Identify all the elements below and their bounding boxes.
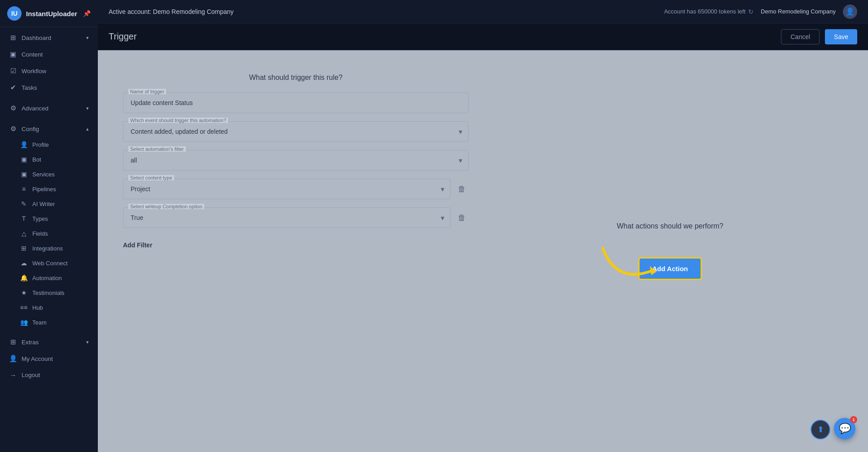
sidebar-item-my-account[interactable]: 👤 My Account	[2, 351, 96, 367]
delete-content-type-button[interactable]: 🗑	[455, 182, 469, 197]
event-select-wrapper: Content added, updated or deleted	[123, 121, 469, 142]
right-panel-heading: What actions should we perform?	[497, 222, 843, 230]
bot-icon: ▣	[20, 156, 28, 163]
right-panel-content: What actions should we perform? Add Acti…	[497, 74, 843, 429]
chevron-down-icon: ▾	[86, 339, 89, 345]
sidebar-item-label: Fields	[32, 230, 48, 237]
integrations-icon: ⊞	[20, 245, 28, 252]
sidebar-item-label: Workflow	[22, 68, 46, 75]
pin-icon: 📌	[83, 10, 91, 17]
chat-button[interactable]: 💬 1	[834, 418, 855, 439]
types-icon: T	[20, 215, 28, 222]
logout-icon: →	[9, 371, 17, 379]
main-content: Active account: Demo Remodeling Company …	[98, 0, 868, 452]
sidebar-item-pipelines[interactable]: ≡ Pipelines	[2, 182, 96, 196]
chevron-up-icon: ▴	[86, 126, 89, 132]
sidebar-item-label: Services	[32, 171, 55, 178]
content-type-group: Select content type Project 🗑	[123, 179, 469, 199]
trigger-name-group: Name of trigger	[123, 92, 469, 113]
sidebar-item-profile[interactable]: 👤 Profile	[2, 137, 96, 152]
config-icon: ⚙	[9, 125, 17, 133]
sidebar-item-services[interactable]: ▣ Services	[2, 167, 96, 181]
logo-text: InstantUploader	[26, 10, 77, 18]
delete-writeup-button[interactable]: 🗑	[455, 211, 469, 225]
avatar[interactable]: 👤	[843, 4, 857, 19]
content-type-row: Project 🗑	[123, 179, 469, 199]
writeup-select[interactable]: True	[123, 207, 451, 228]
cancel-button[interactable]: Cancel	[781, 29, 820, 44]
save-button[interactable]: Save	[825, 29, 857, 44]
sidebar-item-tasks[interactable]: ✔ Tasks	[2, 79, 96, 96]
sidebar-item-fields[interactable]: △ Fields	[2, 226, 96, 241]
trigger-actions: Cancel Save	[781, 29, 857, 44]
profile-icon: 👤	[20, 141, 28, 148]
sidebar-item-label: Logout	[22, 372, 40, 378]
workflow-icon: ☑	[9, 67, 17, 75]
sidebar-item-label: Dashboard	[22, 35, 51, 41]
left-panel-heading: What should trigger this rule?	[123, 74, 469, 82]
scroll-to-top-button[interactable]: ⬆	[811, 420, 830, 439]
event-group: Which event should trigger this automati…	[123, 121, 469, 142]
sidebar-item-dashboard[interactable]: ⊞ Dashboard ▾	[2, 30, 96, 46]
my-account-icon: 👤	[9, 355, 17, 363]
content-type-select[interactable]: Project	[123, 179, 451, 199]
sidebar-item-testimonials[interactable]: ★ Testimonials	[2, 285, 96, 300]
sidebar-item-automation[interactable]: 🔔 Automation	[2, 271, 96, 285]
event-select[interactable]: Content added, updated or deleted	[123, 121, 469, 142]
sidebar-item-label: Content	[22, 51, 43, 58]
web-connect-icon: ☁	[20, 259, 28, 267]
topbar-right: Account has 650000 tokens left ↻ Demo Re…	[664, 4, 857, 19]
extras-icon: ⊞	[9, 338, 17, 346]
topbar: Active account: Demo Remodeling Company …	[98, 0, 868, 23]
svg-marker-0	[650, 266, 657, 275]
trigger-title: Trigger	[109, 31, 137, 42]
chevron-icon: ▾	[86, 105, 89, 111]
config-nav: ⚙ Config ▴ 👤 Profile ▣ Bot ▣ Services ≡ …	[0, 118, 98, 332]
fields-icon: △	[20, 230, 28, 237]
add-filter-button[interactable]: Add Filter	[123, 240, 152, 250]
sidebar-item-config[interactable]: ⚙ Config ▴	[2, 121, 96, 137]
sidebar-item-types[interactable]: T Types	[2, 211, 96, 226]
dashboard-icon: ⊞	[9, 34, 17, 42]
trigger-name-input[interactable]	[123, 92, 469, 113]
sidebar-item-integrations[interactable]: ⊞ Integrations	[2, 241, 96, 255]
services-icon: ▣	[20, 171, 28, 178]
sidebar-item-advanced[interactable]: ⚙ Advanced ▾	[2, 100, 96, 116]
team-icon: 👥	[20, 319, 28, 326]
sidebar-item-label: Bot	[32, 156, 41, 163]
trigger-header: Trigger Cancel Save	[98, 23, 868, 50]
tasks-icon: ✔	[9, 83, 17, 92]
sidebar-item-content[interactable]: ▣ Content	[2, 46, 96, 62]
sidebar-item-bot[interactable]: ▣ Bot	[2, 152, 96, 167]
arrow-graphic	[589, 239, 679, 293]
sidebar-item-workflow[interactable]: ☑ Workflow	[2, 63, 96, 79]
filter-label: Select automation's filter	[128, 146, 186, 152]
sidebar-item-label: Types	[32, 215, 48, 222]
sidebar-item-label: Automation	[32, 275, 62, 281]
filter-select-wrapper: all	[123, 150, 469, 171]
chat-icon: 💬	[839, 423, 851, 434]
sidebar-item-web-connect[interactable]: ☁ Web Connect	[2, 256, 96, 270]
ai-writer-icon: ✎	[20, 200, 28, 207]
sidebar-item-hub[interactable]: ≡≡ Hub	[2, 300, 96, 315]
filter-select[interactable]: all	[123, 150, 469, 171]
filter-group: Select automation's filter all	[123, 150, 469, 171]
writeup-row: True 🗑	[123, 207, 469, 228]
sidebar-item-label: AI Writer	[32, 201, 55, 207]
active-account-label: Active account: Demo Remodeling Company	[109, 8, 234, 15]
scroll-top-icon: ⬆	[817, 425, 824, 434]
sidebar-item-team[interactable]: 👥 Team	[2, 315, 96, 329]
chevron-icon: ▾	[86, 35, 89, 41]
sidebar-item-logout[interactable]: → Logout	[2, 367, 96, 383]
sidebar-item-ai-writer[interactable]: ✎ AI Writer	[2, 197, 96, 211]
tokens-info: Account has 650000 tokens left ↻	[664, 8, 754, 15]
writeup-select-wrapper: True	[123, 207, 451, 228]
event-label: Which event should trigger this automati…	[128, 118, 228, 123]
sidebar-item-extras[interactable]: ⊞ Extras ▾	[2, 334, 96, 350]
refresh-icon[interactable]: ↻	[748, 8, 754, 15]
pipelines-icon: ≡	[20, 185, 28, 193]
advanced-icon: ⚙	[9, 104, 17, 112]
sidebar-item-label: Hub	[32, 304, 43, 311]
sidebar-item-label: Integrations	[32, 245, 63, 252]
sidebar-item-label: Team	[32, 319, 47, 326]
